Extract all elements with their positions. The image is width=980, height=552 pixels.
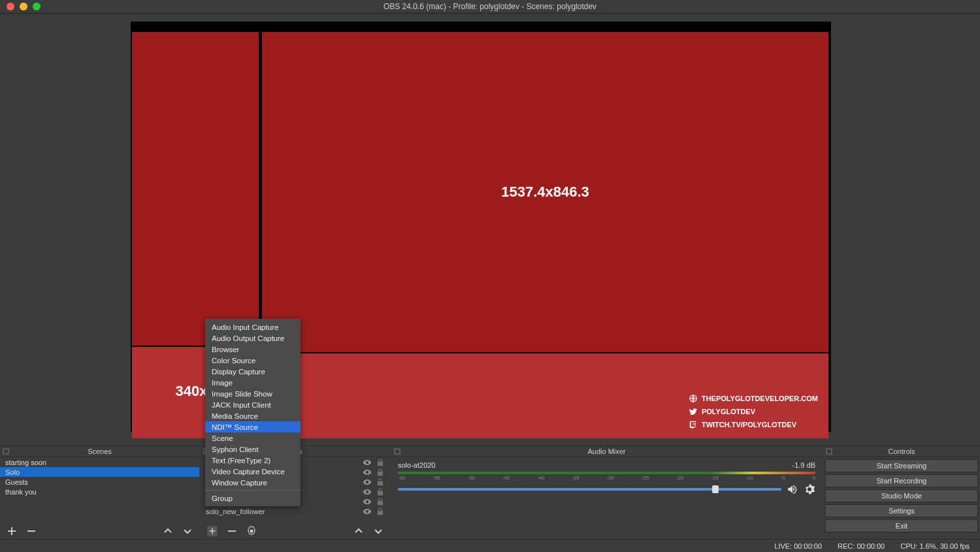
preview-source-small[interactable]	[132, 32, 259, 346]
svg-rect-1	[3, 449, 8, 454]
docked-panels: Scenes starting soonSoloGueststhank you …	[0, 446, 980, 539]
lock-icon[interactable]	[376, 487, 385, 496]
menu-item[interactable]: Scene	[205, 432, 301, 444]
menu-item[interactable]: Media Source	[205, 410, 301, 421]
menu-item[interactable]: JACK Input Client	[205, 399, 301, 410]
menu-item[interactable]: Audio Input Capture	[205, 321, 301, 333]
menu-item[interactable]: Display Capture	[205, 366, 301, 377]
menu-item[interactable]: Audio Output Capture	[205, 333, 301, 344]
move-scene-up-button[interactable]	[163, 526, 173, 536]
slider-thumb[interactable]	[712, 485, 719, 493]
gear-icon[interactable]	[804, 483, 815, 495]
lock-icon[interactable]	[376, 468, 385, 477]
scene-item[interactable]: Guests	[0, 477, 199, 487]
start-recording-button[interactable]: Start Recording	[825, 474, 978, 487]
popout-icon[interactable]	[826, 448, 832, 455]
visibility-icon[interactable]	[363, 468, 372, 477]
scene-item[interactable]: Solo	[0, 467, 199, 477]
lock-icon[interactable]	[376, 507, 385, 516]
controls-title: Controls	[889, 447, 915, 455]
scenes-title: Scenes	[88, 447, 112, 455]
popout-icon[interactable]	[394, 448, 400, 455]
visibility-icon[interactable]	[363, 478, 372, 487]
exit-button[interactable]: Exit	[825, 519, 978, 532]
visibility-icon[interactable]	[363, 507, 372, 516]
visibility-icon[interactable]	[363, 487, 372, 496]
menu-item[interactable]: Syphon Client	[205, 444, 301, 455]
close-icon[interactable]	[7, 3, 14, 10]
remove-scene-button[interactable]	[26, 526, 37, 536]
audio-mixer-panel: Audio Mixer solo-at2020-1.9 dB -60-55-50…	[391, 446, 822, 539]
menu-item[interactable]: Image	[205, 377, 301, 388]
menu-item[interactable]: Image Slide Show	[205, 388, 301, 399]
mixer-channel-name: solo-at2020	[398, 461, 436, 469]
menu-item[interactable]: NDI™ Source	[205, 421, 301, 432]
globe-icon	[689, 394, 698, 403]
move-source-down-button[interactable]	[373, 526, 384, 536]
add-source-context-menu[interactable]: Audio Input CaptureAudio Output CaptureB…	[205, 319, 301, 506]
mixer-db-value: -1.9 dB	[792, 461, 815, 469]
maximize-icon[interactable]	[33, 3, 41, 10]
status-rec: REC: 00:00:00	[838, 542, 885, 550]
preview-source-main[interactable]: 1537.4x846.3	[262, 32, 828, 352]
settings-button[interactable]: Settings	[825, 504, 978, 517]
twitch-icon	[689, 420, 698, 429]
audio-meter: -60-55-50-45-40-35-30-25-20-15-10-50	[398, 472, 815, 481]
remove-source-button[interactable]	[227, 526, 237, 536]
visibility-icon[interactable]	[363, 458, 372, 467]
source-item[interactable]: solo_new_follower	[201, 506, 390, 516]
svg-point-3	[250, 530, 253, 533]
menu-item[interactable]: Text (FreeType 2)	[205, 455, 301, 466]
scenes-panel: Scenes starting soonSoloGueststhank you	[0, 446, 199, 539]
menu-item[interactable]: Group	[205, 493, 301, 504]
minimize-icon[interactable]	[20, 3, 27, 10]
speaker-icon[interactable]	[787, 483, 798, 495]
twitter-icon	[689, 407, 698, 416]
status-live: LIVE: 00:00:00	[774, 542, 822, 550]
source-properties-button[interactable]	[246, 526, 257, 536]
move-scene-down-button[interactable]	[182, 526, 193, 536]
window-title: OBS 24.0.6 (mac) - Profile: polyglotdev …	[384, 2, 596, 11]
add-source-button[interactable]	[207, 526, 218, 536]
lock-icon[interactable]	[376, 497, 385, 506]
overlay-links: THEPOLYGLOTDEVELOPER.COM POLYGLOTDEV TWI…	[689, 394, 818, 429]
preview-area: 1537.4x846.3 THEPOLYGLOTDEVELOPER.COM PO…	[0, 14, 980, 446]
scenes-list[interactable]: starting soonSoloGueststhank you	[0, 457, 199, 523]
add-scene-button[interactable]	[7, 526, 17, 536]
menu-item[interactable]: Browser	[205, 344, 301, 355]
svg-rect-5	[826, 449, 832, 454]
scenes-toolbar	[0, 523, 199, 539]
menu-item[interactable]: Video Capture Device	[205, 466, 301, 477]
popout-icon[interactable]	[3, 448, 9, 455]
start-streaming-button[interactable]: Start Streaming	[825, 459, 978, 472]
scene-item[interactable]: thank you	[0, 487, 199, 496]
volume-slider[interactable]	[398, 488, 781, 491]
menu-item[interactable]: Color Source	[205, 355, 301, 366]
lock-icon[interactable]	[376, 458, 385, 467]
sources-toolbar	[201, 523, 390, 539]
move-source-up-button[interactable]	[353, 526, 364, 536]
svg-rect-4	[395, 449, 400, 454]
scene-item[interactable]: starting soon	[0, 457, 199, 467]
controls-panel: Controls Start StreamingStart RecordingS…	[823, 446, 980, 539]
menu-item[interactable]: Window Capture	[205, 477, 301, 488]
studio-mode-button[interactable]: Studio Mode	[825, 489, 978, 502]
status-cpu: CPU: 1.6%, 30.00 fps	[900, 542, 970, 550]
visibility-icon[interactable]	[363, 497, 372, 506]
titlebar: OBS 24.0.6 (mac) - Profile: polyglotdev …	[0, 0, 980, 14]
mixer-title: Audio Mixer	[587, 447, 625, 455]
lock-icon[interactable]	[376, 478, 385, 487]
status-bar: LIVE: 00:00:00 REC: 00:00:00 CPU: 1.6%, …	[0, 539, 980, 552]
